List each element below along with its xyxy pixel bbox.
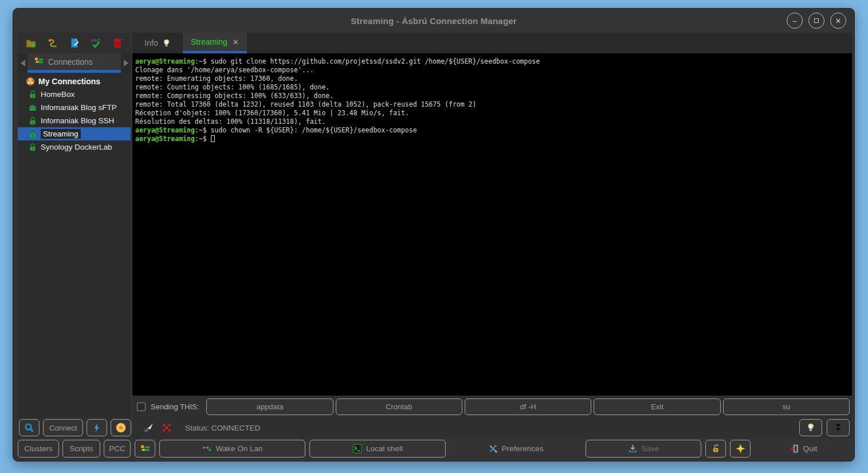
maximize-button[interactable]	[808, 13, 824, 29]
edit-connection-button[interactable]	[65, 34, 84, 52]
tree-item-my-connections[interactable]: My Connections	[18, 75, 131, 88]
preferences-button[interactable]: Preferences	[450, 440, 582, 458]
button-label: Wake On Lan	[215, 444, 262, 453]
cluster-icon	[26, 77, 35, 86]
bottom-toolbar: ClustersScriptsPCC Wake On LanLocal shel…	[13, 438, 854, 461]
tools-icon	[488, 444, 498, 454]
tree-item-label: Infomaniak Blog SSH	[41, 116, 114, 125]
folder-plus-icon	[25, 37, 37, 49]
pcc-button[interactable]: PCC	[104, 440, 131, 458]
lock-icon	[28, 116, 37, 126]
status-right-buttons	[799, 419, 850, 436]
terminal-line: aerya@Streaming:~$	[135, 135, 849, 143]
status-text: Status: CONNECTED	[185, 424, 260, 432]
tree-item-label: Streaming	[41, 129, 81, 139]
scripts-button[interactable]: Scripts	[62, 440, 100, 458]
terminal-line: remote: Compressing objects: 100% (633/6…	[135, 92, 849, 100]
chevron-left-icon	[21, 60, 25, 67]
briefcase-icon	[28, 103, 37, 112]
svg-text:A: A	[91, 38, 94, 43]
double-chevron-down-icon	[834, 423, 843, 432]
connections-prev-button[interactable]	[18, 53, 28, 73]
button-label: Preferences	[502, 444, 544, 453]
bulb-icon	[806, 423, 815, 432]
maximize-icon	[814, 18, 819, 23]
quick-connect-button[interactable]	[87, 419, 107, 436]
window-title: Streaming - Ásbrú Connection Manager	[351, 16, 517, 26]
lock-icon	[28, 90, 37, 99]
bolt-icon	[92, 423, 102, 433]
sending-this-checkbox[interactable]	[137, 402, 146, 411]
spellcheck-button[interactable]: ABC	[86, 34, 105, 52]
connections-tab[interactable]: Connections	[28, 53, 121, 73]
tab-label: Info	[144, 38, 158, 48]
tree-item-homebox[interactable]: HomeBox	[18, 88, 131, 101]
minimize-button[interactable]: –	[787, 13, 803, 29]
wake-on-lan-button[interactable]: Wake On Lan	[159, 440, 305, 458]
unlock-icon	[711, 444, 721, 454]
tree-item-label: HomeBox	[41, 90, 74, 99]
show-connections-button[interactable]	[135, 440, 155, 458]
command-buttons: appdataCrontabdf -HExitsu	[205, 398, 851, 415]
terminal-line: remote: Counting objects: 100% (1685/168…	[135, 83, 849, 92]
terminal-line: aerya@Streaming:~$ sudo chown -R ${USER}…	[135, 126, 849, 135]
quit-button[interactable]: Quit	[755, 440, 852, 458]
terminal-line: remote: Total 17360 (delta 1232), reused…	[135, 100, 849, 109]
tab-info[interactable]: Info	[132, 33, 183, 53]
collapse-commands-button[interactable]	[827, 419, 850, 436]
appearance-button[interactable]	[730, 440, 751, 458]
close-button[interactable]: ✕	[830, 13, 846, 29]
button-label: Scripts	[69, 444, 93, 453]
tree-item-streaming[interactable]: Streaming	[18, 127, 131, 140]
local-shell-button[interactable]: Local shell	[309, 440, 446, 458]
tree-item-infomaniak-ssh[interactable]: Infomaniak Blog SSH	[18, 114, 131, 127]
button-label: Save	[642, 444, 659, 453]
titlebar: Streaming - Ásbrú Connection Manager –✕	[13, 9, 854, 33]
add-group-button[interactable]	[21, 34, 41, 52]
sending-this-label: Sending THIS:	[151, 402, 199, 411]
save-icon	[628, 444, 638, 454]
tree-item-synology-dockerlab[interactable]: Synology DockerLab	[18, 140, 131, 154]
tree-item-label: Infomaniak Blog sFTP	[41, 103, 117, 112]
terminal[interactable]: aerya@Streaming:~$ sudo git clone https:…	[132, 53, 852, 396]
cmd-su-button[interactable]: su	[723, 398, 850, 415]
clusters-button[interactable]: Clusters	[18, 440, 59, 458]
tree-item-label: My Connections	[38, 77, 100, 86]
session-log-button[interactable]	[799, 419, 822, 436]
cmd-appdata-button[interactable]: appdata	[206, 398, 333, 415]
connections-header: Connections	[18, 53, 131, 73]
tree-item-infomaniak-sftp[interactable]: Infomaniak Blog sFTP	[18, 101, 131, 114]
tab-streaming[interactable]: Streaming✕	[183, 33, 247, 53]
quick-actions-row: Connect	[18, 417, 131, 438]
right-panel: InfoStreaming✕ aerya@Streaming:~$ sudo g…	[132, 33, 852, 438]
connect-button[interactable]: Connect	[43, 419, 83, 436]
status-icons	[143, 422, 172, 433]
save-button[interactable]: Save	[586, 440, 701, 458]
wol-icon	[202, 444, 211, 454]
delete-button[interactable]	[108, 34, 127, 52]
lock-gui-button[interactable]	[705, 440, 726, 458]
favourites-button[interactable]	[111, 419, 131, 436]
bottom-left-group: ClustersScriptsPCC	[18, 440, 131, 458]
cmd-df-button[interactable]: df -H	[465, 398, 591, 415]
search-button[interactable]	[19, 419, 40, 436]
lock-icon	[28, 143, 37, 152]
bottom-right-group: Wake On LanLocal shellPreferencesSaveQui…	[135, 440, 852, 458]
main-content: ABC Connections My ConnectionsHomeBoxInf…	[13, 33, 854, 438]
disconnect-icon[interactable]	[161, 422, 172, 433]
tree-item-label: Synology DockerLab	[41, 143, 112, 151]
svg-text:B: B	[94, 38, 97, 43]
sending-row: Sending THIS: appdataCrontabdf -HExitsu	[132, 396, 852, 417]
add-connection-button[interactable]	[43, 34, 62, 52]
chevron-right-icon	[124, 60, 128, 67]
tab-close-icon[interactable]: ✕	[233, 38, 239, 46]
terminal-line: Clonage dans '/home/aerya/seedbox-compos…	[135, 66, 849, 75]
cmd-exit-button[interactable]: Exit	[594, 398, 720, 415]
macro-dart-icon[interactable]	[143, 422, 154, 433]
connections-next-button[interactable]	[121, 53, 131, 73]
status-bar: Status: CONNECTED	[132, 417, 852, 438]
terminal-line: remote: Enumerating objects: 17360, done…	[135, 75, 849, 83]
terminal-line: Résolution des deltas: 100% (11318/11318…	[135, 118, 849, 126]
edit-doc-icon	[69, 37, 80, 49]
cmd-crontab-button[interactable]: Crontab	[336, 398, 462, 415]
